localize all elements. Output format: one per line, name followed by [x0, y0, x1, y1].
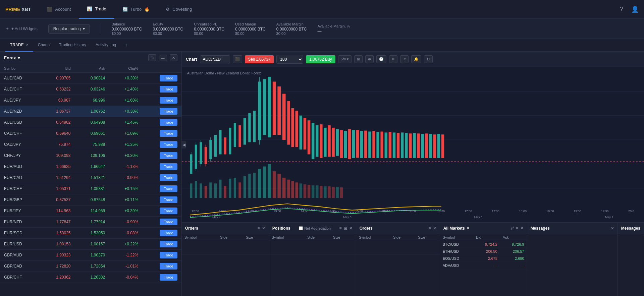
- all-markets-actions: ⇄ ≡ ✕: [511, 226, 524, 231]
- chart-symbol-input[interactable]: [200, 55, 230, 63]
- svg-rect-86: [258, 169, 261, 198]
- tab-trade-close[interactable]: ✕: [26, 43, 29, 47]
- nav-account[interactable]: ⬛ Account: [39, 0, 79, 19]
- draw2-btn[interactable]: ↗: [400, 55, 409, 63]
- nav-turbo[interactable]: 🔄 Turbo 🔥: [114, 0, 158, 19]
- svg-rect-48: [348, 129, 351, 159]
- tab-charts[interactable]: Charts: [33, 39, 54, 52]
- indicators-btn[interactable]: ⊞: [354, 55, 363, 63]
- forex-table-row[interactable]: EUR/CHF 1.05371 1.05381 +0.15% Trade: [0, 183, 181, 194]
- trade-row-btn[interactable]: Trade: [160, 141, 177, 148]
- forex-table-row[interactable]: CAD/CHF 0.69640 0.69651 +1.09% Trade: [0, 128, 181, 139]
- markets-close-icon[interactable]: ✕: [520, 226, 524, 231]
- add-widgets-btn[interactable]: ＋ + Add Widgets: [5, 26, 38, 32]
- forex-table-row[interactable]: AUD/USD 0.64902 0.64908 +1.46% Trade: [0, 117, 181, 128]
- forex-table-row[interactable]: AUD/NZD 1.06737 1.06762 +0.30% Trade: [0, 106, 181, 117]
- forex-table-row[interactable]: AUD/CAD 0.90785 0.90814 +0.30% Trade: [0, 73, 181, 84]
- user-icon[interactable]: 👤: [631, 6, 639, 13]
- forex-table-row[interactable]: GBP/CAD 1.72820 1.72854 -1.01% Trade: [0, 261, 181, 272]
- tab-trade[interactable]: TRADE ✕: [5, 39, 33, 52]
- trade-row-btn[interactable]: Trade: [160, 86, 177, 93]
- forex-table-row[interactable]: AUD/JPY 68.987 68.996 +1.60% Trade: [0, 95, 181, 106]
- monitor-icon: ⬛: [47, 7, 52, 12]
- timeframe-btn[interactable]: 5m ▾: [338, 55, 352, 63]
- quantity-select[interactable]: 100 200 500: [276, 55, 303, 64]
- trade-row-btn[interactable]: Trade: [160, 274, 177, 281]
- market-table-row[interactable]: ADA/USD — —: [440, 262, 527, 269]
- trade-row-btn[interactable]: Trade: [160, 152, 177, 159]
- orders-panel-2: Orders ≡ ✕ Symbol Side Size: [356, 223, 440, 296]
- buy-button[interactable]: 1.06762 Buy: [306, 55, 335, 63]
- markets-sync-icon[interactable]: ⇄: [511, 226, 514, 231]
- svg-rect-20: [229, 128, 231, 155]
- sell-button[interactable]: Sell 1.06737: [245, 55, 274, 63]
- all-markets-title[interactable]: All Markets ▾: [443, 226, 469, 231]
- trade-row-btn[interactable]: Trade: [160, 241, 177, 247]
- trade-type-button[interactable]: Regular trading ▾: [48, 24, 90, 34]
- trade-row-btn[interactable]: Trade: [160, 230, 177, 236]
- orders1-close-icon[interactable]: ✕: [262, 226, 265, 231]
- forex-close-btn[interactable]: ✕: [170, 54, 177, 61]
- add-tab-button[interactable]: ＋: [121, 42, 131, 49]
- svg-rect-17: [214, 135, 216, 157]
- draw-btn[interactable]: ✏: [389, 55, 397, 63]
- positions-close-icon[interactable]: ✕: [349, 226, 353, 231]
- settings-btn[interactable]: ⚙: [424, 55, 433, 63]
- market-table-row[interactable]: EOS/USD 2.678 2.680: [440, 255, 527, 262]
- net-aggregation-checkbox[interactable]: [299, 226, 303, 230]
- trade-row-btn[interactable]: Trade: [160, 252, 177, 258]
- trade-row-btn[interactable]: Trade: [160, 130, 177, 137]
- forex-title[interactable]: Forex ▾: [4, 55, 20, 60]
- forex-table-row[interactable]: CHF/JPY 109.093 109.106 +0.30% Trade: [0, 150, 181, 161]
- time-btn[interactable]: 🕐: [376, 55, 386, 63]
- forex-table-row[interactable]: EUR/JPY 114.963 114.969 +0.39% Trade: [0, 205, 181, 217]
- chart-icon-btn[interactable]: ⬛: [233, 55, 242, 63]
- orders2-close-icon[interactable]: ✕: [433, 226, 436, 231]
- tab-trading-history[interactable]: Trading History: [54, 39, 91, 52]
- nav-covesting[interactable]: ⚙ Covesting: [158, 0, 200, 19]
- trade-row-btn[interactable]: Trade: [160, 163, 177, 170]
- trade-row-btn[interactable]: Trade: [160, 75, 177, 81]
- orders2-menu-icon[interactable]: ≡: [429, 226, 431, 231]
- trade-row-btn[interactable]: Trade: [160, 185, 177, 192]
- trade-row-btn[interactable]: Trade: [160, 174, 177, 181]
- orders-panel-1: Orders ≡ ✕ Symbol Side Size: [182, 223, 269, 296]
- orders1-menu-icon[interactable]: ≡: [258, 226, 260, 231]
- chart-scroll-left[interactable]: ◀: [182, 141, 186, 149]
- trade-row-btn[interactable]: Trade: [160, 219, 177, 225]
- forex-table-row[interactable]: CAD/JPY 75.974 75.988 +1.35% Trade: [0, 139, 181, 150]
- trade-row-btn[interactable]: Trade: [160, 196, 177, 203]
- net-aggregation-toggle[interactable]: Net Aggregation: [299, 226, 331, 230]
- alarm-btn[interactable]: 🔔: [411, 55, 421, 63]
- tab-activity-log[interactable]: Activity Log: [91, 39, 121, 52]
- forex-table-row[interactable]: EUR/GBP 0.87537 0.87548 +0.11% Trade: [0, 194, 181, 205]
- top-nav: PRIME XBT ⬛ Account 📊 Trade 🔄 Turbo 🔥 ⚙ …: [0, 0, 644, 19]
- trade-row-btn[interactable]: Trade: [160, 263, 177, 270]
- forex-table-row[interactable]: EUR/AUD 1.66625 1.66647 -1.13% Trade: [0, 161, 181, 172]
- forex-maximize-btn[interactable]: —: [159, 55, 167, 61]
- forex-table-row[interactable]: EUR/CAD 1.51294 1.51321 -0.90% Trade: [0, 172, 181, 183]
- market-table-row[interactable]: BTC/USD 9,724.2 9,726.9: [440, 241, 527, 248]
- svg-rect-77: [214, 183, 216, 198]
- markets-menu-icon[interactable]: ≡: [516, 226, 518, 231]
- crosshair-btn[interactable]: ⊕: [365, 55, 374, 63]
- forex-table-row[interactable]: EUR/NZD 1.77847 1.77914 -0.90% Trade: [0, 217, 181, 228]
- trade-row-btn[interactable]: Trade: [160, 97, 177, 104]
- messages1-close-icon[interactable]: ✕: [611, 226, 614, 231]
- forex-table-row[interactable]: GBP/AUD 1.90323 1.90370 -1.22% Trade: [0, 250, 181, 261]
- help-icon[interactable]: ?: [620, 6, 623, 13]
- svg-rect-52: [364, 131, 367, 158]
- nav-trade[interactable]: 📊 Trade: [79, 0, 114, 19]
- forex-table-row[interactable]: AUD/CHF 0.63232 0.63246 +1.40% Trade: [0, 84, 181, 95]
- positions-menu-icon[interactable]: ≡: [339, 226, 342, 231]
- trade-row-btn[interactable]: Trade: [160, 108, 177, 115]
- market-table-row[interactable]: ETH/USD 206.50 206.57: [440, 248, 527, 255]
- positions-icon2[interactable]: ⊞: [344, 226, 347, 231]
- forex-table-row[interactable]: EUR/SGD 1.53025 1.53050 -0.08% Trade: [0, 228, 181, 239]
- trade-row-btn[interactable]: Trade: [160, 119, 177, 126]
- forex-table-row[interactable]: GBP/CHF 1.20362 1.20382 -0.04% Trade: [0, 272, 181, 283]
- all-markets-panel: All Markets ▾ ⇄ ≡ ✕ Symbol Bid Ask: [440, 223, 527, 296]
- trade-row-btn[interactable]: Trade: [160, 208, 177, 214]
- forex-table-row[interactable]: EUR/USD 1.08153 1.08157 +0.22% Trade: [0, 239, 181, 250]
- forex-grid-btn[interactable]: ⊞: [148, 54, 156, 61]
